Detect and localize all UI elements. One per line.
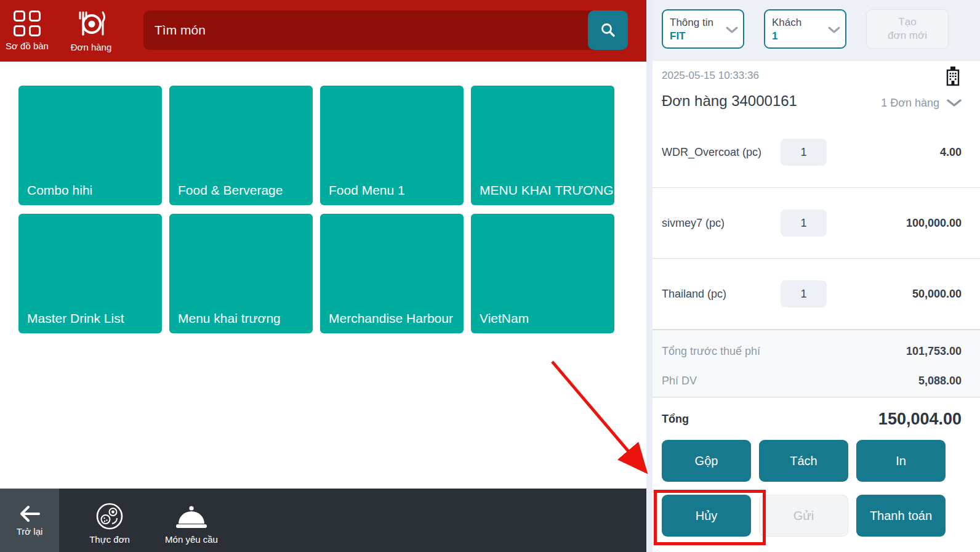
tile-label: Merchandise Harbour: [329, 311, 453, 326]
order-count-label: 1 Đơn hàng: [881, 97, 939, 110]
tile-label: Food & Berverage: [178, 183, 283, 198]
tile-label: Menu khai trương: [178, 311, 281, 326]
tile-label: Combo hihi: [27, 183, 92, 198]
item-price: 50,000.00: [827, 288, 962, 301]
guest-dropdown-value: 1: [772, 29, 829, 43]
search-box: [143, 10, 628, 50]
chevron-down-icon: [947, 99, 962, 107]
item-qty-badge[interactable]: 1: [781, 139, 827, 166]
search-input[interactable]: [143, 10, 628, 50]
order-count-toggle[interactable]: 1 Đơn hàng: [881, 97, 962, 110]
info-dropdown[interactable]: Thông tin FIT: [662, 9, 744, 49]
requested-items-button[interactable]: Món yêu cầu: [151, 489, 231, 552]
back-label: Trở lại: [17, 526, 43, 537]
split-button[interactable]: Tách: [759, 440, 848, 482]
menu-label: Thực đơn: [89, 534, 130, 545]
item-price: 4.00: [827, 146, 962, 159]
table-grid-icon: [14, 10, 41, 36]
chevron-down-icon: [726, 26, 738, 33]
nav-orders-label: Đơn hàng: [71, 42, 112, 52]
grand-total-value: 150,004.00: [878, 410, 962, 429]
tile-food-berverage[interactable]: Food & Berverage: [169, 86, 313, 205]
requested-items-label: Món yêu cầu: [165, 534, 218, 545]
left-pane: Sơ đồ bàn Đơn hàng: [0, 0, 646, 552]
cloche-icon: [174, 505, 209, 530]
create-new-order-button[interactable]: Tạo đơn mới: [866, 9, 949, 49]
tile-menu-khai-truong-upper[interactable]: MENU KHAI TRƯƠNG: [471, 86, 614, 205]
item-name: Thailand (pc): [662, 288, 781, 301]
info-dropdown-value: FIT: [670, 29, 727, 43]
back-button[interactable]: Trở lại: [0, 489, 59, 552]
item-name: sivmey7 (pc): [662, 217, 781, 230]
tile-combo-hihi[interactable]: Combo hihi: [18, 86, 162, 205]
totals-section: Tổng trước thuế phí 101,753.00 Phí DV 5,…: [653, 330, 980, 397]
panel-divider: [646, 0, 653, 552]
order-item-row[interactable]: Thailand (pc) 1 50,000.00: [653, 259, 980, 330]
subtotal-label: Tổng trước thuế phí: [662, 345, 760, 358]
app-header: Sơ đồ bàn Đơn hàng: [0, 0, 646, 62]
search-icon: [600, 22, 617, 39]
cancel-button[interactable]: Hủy: [662, 495, 751, 537]
service-fee-label: Phí DV: [662, 375, 697, 388]
item-qty-badge[interactable]: 1: [781, 280, 827, 307]
print-button[interactable]: In: [856, 440, 946, 482]
pos-screen: Sơ đồ bàn Đơn hàng: [0, 0, 980, 552]
subtotal-value: 101,753.00: [906, 345, 962, 358]
tile-label: MENU KHAI TRƯƠNG: [480, 183, 614, 198]
menu-category-tiles: Combo hihi Food & Berverage Food Menu 1 …: [18, 86, 614, 333]
item-name: WDR_Overcoat (pc): [662, 146, 781, 159]
tile-merchandise-harbour[interactable]: Merchandise Harbour: [320, 214, 464, 333]
order-item-row[interactable]: sivmey7 (pc) 1 100,000.00: [653, 188, 980, 259]
order-action-buttons: Gộp Tách In Hủy Gửi Thanh toán: [662, 440, 946, 537]
merge-button[interactable]: Gộp: [662, 440, 751, 482]
info-dropdown-label: Thông tin: [670, 16, 727, 29]
building-icon[interactable]: [944, 65, 962, 88]
tile-food-menu-1[interactable]: Food Menu 1: [320, 86, 464, 205]
search-button[interactable]: [588, 10, 628, 50]
tile-label: Master Drink List: [27, 311, 124, 326]
order-item-row[interactable]: WDR_Overcoat (pc) 1 4.00: [653, 117, 980, 188]
back-arrow-icon: [18, 505, 41, 523]
nav-orders[interactable]: Đơn hàng: [60, 0, 122, 62]
nav-table-map[interactable]: Sơ đồ bàn: [2, 0, 52, 62]
tile-master-drink-list[interactable]: Master Drink List: [18, 214, 162, 333]
tile-label: Food Menu 1: [329, 183, 405, 198]
order-panel: Thông tin FIT Khách 1 Tạo đơn mới 2025-0…: [653, 0, 980, 552]
plate-cutlery-icon: [73, 9, 110, 38]
item-price: 100,000.00: [827, 217, 962, 230]
order-items-list: WDR_Overcoat (pc) 1 4.00 sivmey7 (pc) 1 …: [653, 117, 980, 330]
nav-table-map-label: Sơ đồ bàn: [6, 41, 49, 51]
order-panel-topbar: Thông tin FIT Khách 1 Tạo đơn mới: [653, 0, 980, 61]
order-title: Đơn hàng 34000161: [662, 92, 797, 110]
item-qty-badge[interactable]: 1: [781, 209, 827, 237]
guest-dropdown-label: Khách: [772, 16, 829, 29]
tile-menu-khai-truong[interactable]: Menu khai trương: [169, 214, 313, 333]
tile-label: VietNam: [480, 311, 529, 326]
tile-vietnam[interactable]: VietNam: [471, 214, 614, 333]
grand-total-label: Tổng: [662, 413, 689, 426]
bottom-bar: Trở lại Thực đơn: [0, 489, 646, 552]
pay-button[interactable]: Thanh toán: [856, 495, 946, 537]
chevron-down-icon: [828, 26, 840, 33]
menu-button[interactable]: Thực đơn: [74, 489, 145, 552]
send-button[interactable]: Gửi: [759, 495, 848, 537]
guest-count-dropdown[interactable]: Khách 1: [764, 9, 846, 49]
service-fee-value: 5,088.00: [918, 375, 962, 388]
grand-total-row: Tổng 150,004.00: [662, 402, 962, 436]
order-timestamp: 2025-05-15 10:33:36: [662, 70, 759, 82]
food-plate-icon: [95, 502, 124, 530]
